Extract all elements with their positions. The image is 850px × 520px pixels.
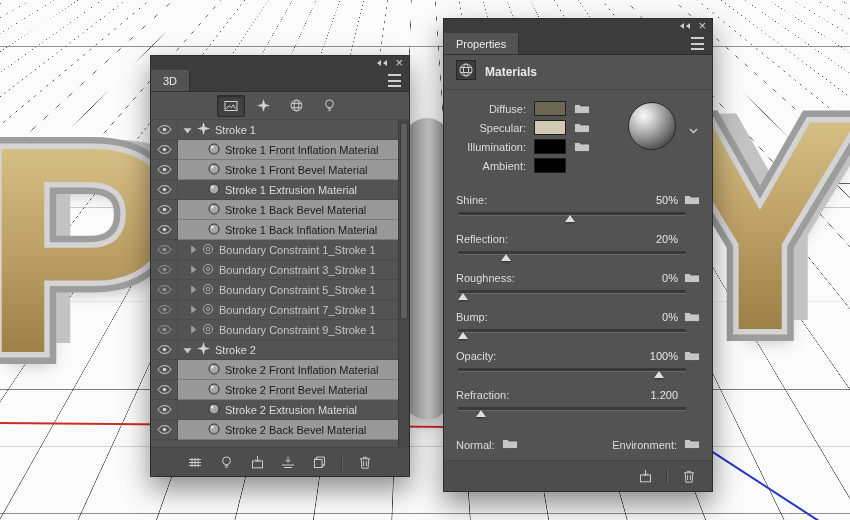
close-panel-icon[interactable]: × — [698, 21, 706, 31]
panel-menu-icon[interactable] — [691, 37, 704, 50]
close-panel-icon[interactable]: × — [395, 58, 403, 68]
constraint-row[interactable]: Boundary Constraint 5_Stroke 1 — [151, 280, 399, 300]
expand-chevron-down-icon[interactable] — [183, 344, 192, 356]
row-content[interactable]: Stroke 2 — [178, 340, 399, 360]
visibility-eye-icon[interactable] — [151, 180, 178, 200]
row-content[interactable]: Boundary Constraint 1_Stroke 1 — [178, 240, 399, 260]
expand-chevron-right-icon[interactable] — [190, 324, 197, 336]
slider-value[interactable]: 0% — [622, 311, 678, 323]
filter-materials-icon[interactable] — [283, 95, 311, 117]
expand-chevron-right-icon[interactable] — [190, 304, 197, 316]
collapse-panel-icon[interactable] — [678, 23, 690, 29]
filter-scene-icon[interactable] — [217, 95, 245, 117]
slider-value[interactable]: 50% — [622, 194, 678, 206]
row-content[interactable]: Stroke 2 Extrusion Material — [178, 400, 399, 420]
slider-track[interactable] — [458, 251, 686, 255]
scrollbar[interactable] — [398, 120, 409, 447]
new-object-icon[interactable] — [310, 453, 328, 471]
expand-chevron-right-icon[interactable] — [190, 284, 197, 296]
material-row[interactable]: Stroke 2 Front Bevel Material — [151, 380, 399, 400]
row-content[interactable]: Stroke 1 Back Inflation Material — [178, 220, 399, 240]
slider-track[interactable] — [458, 212, 686, 216]
duplicate-material-icon[interactable] — [636, 467, 654, 485]
material-row[interactable]: Stroke 1 Front Bevel Material — [151, 160, 399, 180]
slider-thumb[interactable] — [501, 254, 511, 261]
row-content[interactable]: Stroke 2 Back Bevel Material — [178, 420, 399, 440]
filter-lights-icon[interactable] — [316, 95, 344, 117]
scrollbar-thumb[interactable] — [400, 122, 408, 320]
visibility-eye-icon[interactable] — [151, 360, 178, 380]
expand-chevron-right-icon[interactable] — [190, 244, 197, 256]
material-preview-sphere[interactable] — [628, 102, 676, 150]
visibility-eye-icon[interactable] — [151, 220, 178, 240]
visibility-eye-icon[interactable] — [151, 340, 178, 360]
row-content[interactable]: Stroke 1 Extrusion Material — [178, 180, 399, 200]
visibility-eye-icon[interactable] — [151, 240, 178, 260]
mesh-row[interactable]: Stroke 1 — [151, 120, 399, 140]
material-row[interactable]: Stroke 2 Back Bevel Material — [151, 420, 399, 440]
slider-track[interactable] — [458, 368, 686, 372]
slider-value[interactable]: 20% — [622, 233, 678, 245]
diffuse-color-swatch[interactable] — [534, 101, 566, 116]
slider-thumb[interactable] — [565, 215, 575, 222]
visibility-eye-icon[interactable] — [151, 120, 178, 140]
material-row[interactable]: Stroke 1 Back Bevel Material — [151, 200, 399, 220]
slider-track[interactable] — [458, 329, 686, 333]
toggle-ground-plane-icon[interactable] — [186, 453, 204, 471]
visibility-eye-icon[interactable] — [151, 280, 178, 300]
filter-meshes-icon[interactable] — [250, 95, 278, 117]
slider-thumb[interactable] — [476, 410, 486, 417]
texture-folder-icon[interactable] — [684, 269, 700, 287]
constraint-row[interactable]: Boundary Constraint 7_Stroke 1 — [151, 300, 399, 320]
texture-folder-icon[interactable] — [684, 308, 700, 326]
visibility-eye-icon[interactable] — [151, 200, 178, 220]
specular-color-swatch[interactable] — [534, 120, 566, 135]
row-content[interactable]: Stroke 1 Front Inflation Material — [178, 140, 399, 160]
diffuse-texture-folder-icon[interactable] — [574, 100, 590, 118]
visibility-eye-icon[interactable] — [151, 420, 178, 440]
row-content[interactable]: Stroke 2 Front Inflation Material — [178, 360, 399, 380]
ambient-color-swatch[interactable] — [534, 158, 566, 173]
slider-thumb[interactable] — [458, 293, 468, 300]
constraint-row[interactable]: Boundary Constraint 9_Stroke 1 — [151, 320, 399, 340]
row-content[interactable]: Boundary Constraint 7_Stroke 1 — [178, 300, 399, 320]
slider-track[interactable] — [458, 407, 686, 411]
visibility-eye-icon[interactable] — [151, 400, 178, 420]
texture-folder-icon[interactable] — [684, 347, 700, 365]
move-to-ground-icon[interactable] — [279, 453, 297, 471]
material-row[interactable]: Stroke 1 Back Inflation Material — [151, 220, 399, 240]
material-picker-chevron-icon[interactable] — [689, 120, 698, 138]
environment-map-folder-icon[interactable] — [684, 438, 700, 451]
delete-material-icon[interactable] — [680, 467, 698, 485]
visibility-eye-icon[interactable] — [151, 320, 178, 340]
tab-3d[interactable]: 3D — [151, 70, 190, 91]
toggle-lights-icon[interactable] — [217, 453, 235, 471]
row-content[interactable]: Boundary Constraint 9_Stroke 1 — [178, 320, 399, 340]
slider-thumb[interactable] — [458, 332, 468, 339]
slider-track[interactable] — [458, 290, 686, 294]
row-content[interactable]: Stroke 1 — [178, 120, 399, 140]
specular-texture-folder-icon[interactable] — [574, 119, 590, 137]
mesh-row[interactable]: Stroke 2 — [151, 340, 399, 360]
row-content[interactable]: Stroke 1 Back Bevel Material — [178, 200, 399, 220]
tab-properties[interactable]: Properties — [444, 33, 519, 54]
normal-map-folder-icon[interactable] — [502, 438, 518, 451]
material-row[interactable]: Stroke 1 Extrusion Material — [151, 180, 399, 200]
slider-thumb[interactable] — [654, 371, 664, 378]
constraint-row[interactable]: Boundary Constraint 1_Stroke 1 — [151, 240, 399, 260]
collapse-panel-icon[interactable] — [375, 60, 387, 66]
material-row[interactable]: Stroke 1 Front Inflation Material — [151, 140, 399, 160]
row-content[interactable]: Boundary Constraint 3_Stroke 1 — [178, 260, 399, 280]
material-row[interactable]: Stroke 2 Extrusion Material — [151, 400, 399, 420]
delete-icon[interactable] — [356, 453, 374, 471]
panel-menu-icon[interactable] — [388, 74, 401, 87]
slider-value[interactable]: 0% — [622, 272, 678, 284]
visibility-eye-icon[interactable] — [151, 380, 178, 400]
illumination-texture-folder-icon[interactable] — [574, 138, 590, 156]
add-to-scene-icon[interactable] — [248, 453, 266, 471]
expand-chevron-right-icon[interactable] — [190, 264, 197, 276]
visibility-eye-icon[interactable] — [151, 260, 178, 280]
material-row[interactable]: Stroke 2 Front Inflation Material — [151, 360, 399, 380]
slider-value[interactable]: 1.200 — [622, 389, 678, 401]
constraint-row[interactable]: Boundary Constraint 3_Stroke 1 — [151, 260, 399, 280]
